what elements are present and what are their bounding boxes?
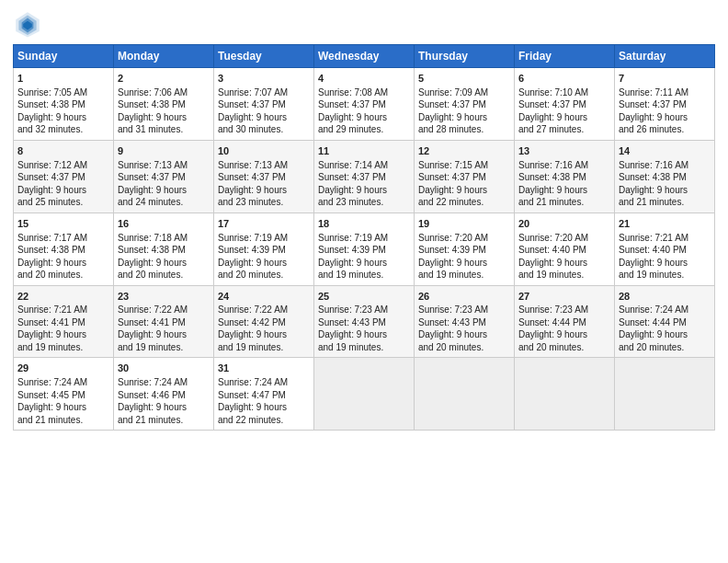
day-info-line: Sunrise: 7:23 AM	[318, 304, 410, 316]
day-info-line: Sunrise: 7:21 AM	[619, 232, 711, 245]
day-cell: 6Sunrise: 7:10 AMSunset: 4:37 PMDaylight…	[515, 68, 615, 141]
day-number: 14	[619, 144, 711, 158]
day-info-line: Sunset: 4:37 PM	[318, 98, 410, 111]
day-cell: 8Sunrise: 7:12 AMSunset: 4:37 PMDaylight…	[14, 140, 114, 213]
day-info-line: Sunset: 4:41 PM	[17, 316, 109, 329]
main-container: SundayMondayTuesdayWednesdayThursdayFrid…	[0, 0, 728, 440]
day-info-line: and 21 minutes.	[518, 196, 610, 209]
day-info-line: Sunrise: 7:19 AM	[218, 232, 310, 245]
day-number: 29	[17, 362, 109, 375]
day-info-line: Sunset: 4:38 PM	[17, 98, 109, 111]
day-info-line: Daylight: 9 hours	[118, 257, 210, 270]
day-info-line: Daylight: 9 hours	[17, 111, 109, 124]
day-info-line: Daylight: 9 hours	[318, 328, 410, 341]
day-number: 8	[17, 144, 109, 158]
day-info-line: and 19 minutes.	[619, 269, 711, 282]
day-info-line: and 20 minutes.	[17, 269, 109, 282]
day-info-line: Sunset: 4:42 PM	[218, 316, 310, 329]
day-info-line: Sunset: 4:46 PM	[118, 389, 210, 402]
day-info-line: and 28 minutes.	[418, 123, 510, 136]
day-cell	[314, 358, 415, 431]
day-info-line: Sunset: 4:40 PM	[518, 244, 610, 257]
day-info-line: and 19 minutes.	[318, 269, 410, 282]
day-number: 15	[17, 217, 109, 231]
day-info-line: Daylight: 9 hours	[17, 328, 109, 341]
day-info-line: Daylight: 9 hours	[619, 257, 711, 270]
day-number: 18	[318, 217, 410, 231]
day-info-line: and 21 minutes.	[17, 414, 109, 427]
day-number: 24	[218, 290, 310, 304]
day-cell: 16Sunrise: 7:18 AMSunset: 4:38 PMDayligh…	[114, 213, 214, 285]
day-info-line: Sunrise: 7:20 AM	[418, 232, 510, 245]
day-info-line: and 19 minutes.	[118, 341, 210, 354]
day-cell: 9Sunrise: 7:13 AMSunset: 4:37 PMDaylight…	[114, 140, 214, 213]
day-cell: 14Sunrise: 7:16 AMSunset: 4:38 PMDayligh…	[615, 140, 715, 213]
column-header-saturday: Saturday	[615, 45, 715, 68]
day-cell: 24Sunrise: 7:22 AMSunset: 4:42 PMDayligh…	[214, 285, 314, 358]
day-info-line: and 29 minutes.	[318, 123, 410, 136]
day-info-line: Sunrise: 7:13 AM	[218, 159, 310, 172]
day-info-line: Sunset: 4:37 PM	[619, 98, 711, 111]
calendar-header-row: SundayMondayTuesdayWednesdayThursdayFrid…	[14, 45, 715, 68]
day-info-line: Daylight: 9 hours	[118, 328, 210, 341]
day-info-line: Sunset: 4:37 PM	[218, 171, 310, 184]
day-info-line: Sunset: 4:39 PM	[418, 244, 510, 257]
day-info-line: and 23 minutes.	[218, 196, 310, 209]
day-info-line: Sunrise: 7:19 AM	[318, 232, 410, 245]
day-number: 25	[318, 290, 410, 304]
day-info-line: Sunset: 4:40 PM	[619, 244, 711, 257]
day-info-line: and 26 minutes.	[619, 123, 711, 136]
day-cell	[615, 358, 715, 431]
day-info-line: Daylight: 9 hours	[17, 401, 109, 414]
day-info-line: Daylight: 9 hours	[418, 328, 510, 341]
day-number: 20	[518, 217, 610, 231]
day-info-line: and 20 minutes.	[518, 341, 610, 354]
day-info-line: and 19 minutes.	[518, 269, 610, 282]
day-info-line: Daylight: 9 hours	[518, 257, 610, 270]
day-number: 23	[118, 290, 210, 304]
day-cell: 12Sunrise: 7:15 AMSunset: 4:37 PMDayligh…	[415, 140, 515, 213]
day-cell: 27Sunrise: 7:23 AMSunset: 4:44 PMDayligh…	[515, 285, 615, 358]
day-info-line: Sunset: 4:37 PM	[518, 98, 610, 111]
day-number: 3	[218, 72, 310, 86]
day-info-line: and 30 minutes.	[218, 123, 310, 136]
day-info-line: Sunset: 4:38 PM	[518, 171, 610, 184]
day-info-line: Sunset: 4:37 PM	[418, 171, 510, 184]
day-info-line: Sunset: 4:37 PM	[418, 98, 510, 111]
day-cell: 20Sunrise: 7:20 AMSunset: 4:40 PMDayligh…	[515, 213, 615, 285]
day-info-line: Sunrise: 7:12 AM	[17, 159, 109, 172]
day-info-line: Daylight: 9 hours	[619, 328, 711, 341]
day-info-line: and 27 minutes.	[518, 123, 610, 136]
day-number: 2	[118, 72, 210, 86]
calendar-table: SundayMondayTuesdayWednesdayThursdayFrid…	[13, 44, 715, 431]
day-info-line: and 19 minutes.	[218, 341, 310, 354]
day-info-line: Daylight: 9 hours	[118, 111, 210, 124]
day-cell: 31Sunrise: 7:24 AMSunset: 4:47 PMDayligh…	[214, 358, 314, 431]
day-info-line: Daylight: 9 hours	[518, 328, 610, 341]
week-row-1: 1Sunrise: 7:05 AMSunset: 4:38 PMDaylight…	[14, 68, 715, 141]
day-number: 10	[218, 144, 310, 158]
day-cell: 3Sunrise: 7:07 AMSunset: 4:37 PMDaylight…	[214, 68, 314, 141]
day-cell: 19Sunrise: 7:20 AMSunset: 4:39 PMDayligh…	[415, 213, 515, 285]
day-info-line: Sunset: 4:38 PM	[118, 98, 210, 111]
day-info-line: Sunrise: 7:24 AM	[619, 304, 711, 316]
day-info-line: Daylight: 9 hours	[218, 257, 310, 270]
day-info-line: Sunrise: 7:22 AM	[118, 304, 210, 316]
day-number: 13	[518, 144, 610, 158]
day-number: 28	[619, 290, 711, 304]
day-info-line: Daylight: 9 hours	[518, 111, 610, 124]
day-cell: 11Sunrise: 7:14 AMSunset: 4:37 PMDayligh…	[314, 140, 415, 213]
day-cell: 15Sunrise: 7:17 AMSunset: 4:38 PMDayligh…	[14, 213, 114, 285]
day-info-line: Daylight: 9 hours	[518, 184, 610, 197]
day-info-line: Sunrise: 7:05 AM	[17, 86, 109, 99]
day-number: 7	[619, 72, 711, 86]
day-info-line: Daylight: 9 hours	[418, 111, 510, 124]
day-info-line: Sunset: 4:44 PM	[619, 316, 711, 329]
day-info-line: Sunset: 4:43 PM	[318, 316, 410, 329]
day-info-line: Sunrise: 7:13 AM	[118, 159, 210, 172]
day-info-line: Daylight: 9 hours	[118, 401, 210, 414]
column-header-tuesday: Tuesday	[214, 45, 314, 68]
day-info-line: and 21 minutes.	[619, 196, 711, 209]
day-number: 11	[318, 144, 410, 158]
day-cell: 13Sunrise: 7:16 AMSunset: 4:38 PMDayligh…	[515, 140, 615, 213]
